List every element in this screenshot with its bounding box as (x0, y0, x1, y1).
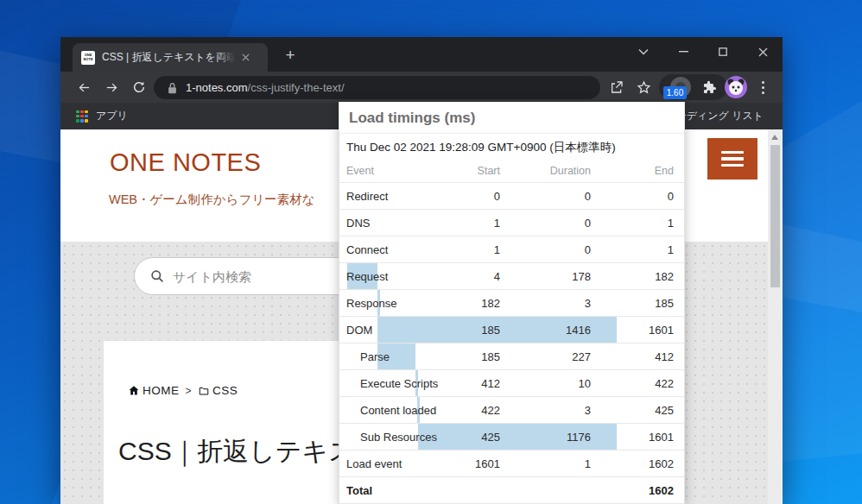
timing-end: 1601 (591, 324, 674, 337)
lock-icon (168, 82, 177, 94)
site-tagline: WEB・ゲーム制作からフリー素材な (109, 192, 314, 208)
timing-duration: 3 (500, 297, 591, 310)
bookmark-apps[interactable]: アプリ (96, 109, 128, 123)
back-icon[interactable] (73, 76, 95, 98)
breadcrumb-home[interactable]: HOME (128, 384, 180, 397)
url-domain: 1-notes.com (186, 81, 248, 94)
timing-row: Sub Resources 425 1176 1601 (339, 424, 684, 450)
browser-tab[interactable]: ONE NOTE CSS | 折返しテキストを両端揃えにす (73, 43, 268, 72)
timing-duration: 1416 (500, 324, 591, 337)
timing-event: Total (346, 484, 440, 497)
timing-row: Total 1602 (339, 477, 684, 504)
tab-close-icon[interactable] (238, 50, 253, 65)
timing-row: Load event 1601 1 1602 (339, 450, 684, 477)
timing-end: 185 (591, 297, 674, 310)
timing-start: 182 (440, 297, 500, 310)
timing-row: Redirect 0 0 0 (339, 183, 684, 210)
timing-duration: 178 (500, 270, 591, 283)
search-icon (150, 269, 164, 283)
extension-badge: 1.60 (663, 86, 687, 99)
site-title[interactable]: ONE NOTES (110, 148, 261, 177)
timing-row: Parse 185 227 412 (339, 343, 684, 370)
timing-start: 4 (440, 270, 500, 283)
timing-event: Execute Scripts (346, 377, 440, 390)
bookmark-star-icon[interactable] (632, 76, 655, 98)
page-scrollbar[interactable] (768, 129, 783, 504)
timing-event: Content loaded (346, 404, 440, 417)
popup-timestamp: Thu Dec 02 2021 19:28:09 GMT+0900 (日本標準時… (339, 134, 684, 160)
new-tab-button[interactable]: + (280, 46, 301, 66)
timing-end: 422 (591, 377, 674, 390)
scroll-up-icon[interactable] (771, 135, 778, 140)
timing-duration: 0 (500, 217, 591, 230)
timing-event: Response (346, 297, 440, 310)
timing-event: Connect (346, 243, 440, 256)
tab-title: CSS | 折返しテキストを両端揃えにす (102, 50, 238, 65)
timings-table-header: Event Start Duration End (339, 160, 684, 183)
forward-icon[interactable] (100, 76, 123, 98)
tab-strip: ONE NOTE CSS | 折返しテキストを両端揃えにす + (60, 37, 783, 72)
maximize-button[interactable] (703, 37, 743, 66)
breadcrumb-category[interactable]: CSS (198, 384, 238, 397)
timing-duration: 1176 (500, 431, 591, 444)
hamburger-menu-button[interactable] (707, 138, 757, 180)
url-text: 1-notes.com/css-justify-the-text/ (186, 81, 345, 94)
url-path: /css-justify-the-text/ (248, 81, 345, 94)
timing-end: 1602 (591, 484, 674, 497)
timing-duration: 227 (500, 350, 591, 363)
timing-start: 185 (440, 350, 500, 363)
window-controls (624, 37, 783, 72)
timings-table-body: Redirect 0 0 0 DNS 1 0 1 Connect 1 0 1 R… (339, 183, 684, 504)
timing-end: 412 (591, 350, 674, 363)
column-event: Event (346, 165, 440, 177)
timing-end: 425 (591, 404, 674, 417)
timing-start: 422 (440, 404, 500, 417)
timing-event: Request (346, 270, 440, 283)
timing-end: 1602 (591, 457, 674, 470)
load-timings-popup: Load timings (ms) Thu Dec 02 2021 19:28:… (339, 102, 685, 504)
timing-event: Parse (346, 350, 440, 363)
apps-grid-icon (76, 110, 88, 123)
browser-menu-icon[interactable] (753, 78, 772, 97)
timing-duration: 0 (500, 243, 591, 256)
timing-event: Redirect (346, 190, 440, 203)
url-bar[interactable]: 1-notes.com/css-justify-the-text/ (154, 76, 600, 99)
timing-duration: 0 (500, 190, 591, 203)
timing-row: Response 182 3 185 (339, 290, 684, 317)
timing-event: Load event (346, 457, 440, 470)
close-button[interactable] (743, 37, 783, 66)
timing-start: 1 (440, 243, 500, 256)
profile-avatar[interactable] (725, 76, 747, 98)
breadcrumb-separator: > (186, 385, 193, 397)
breadcrumb: HOME > CSS (128, 384, 238, 397)
timing-event: DOM (346, 324, 440, 337)
timing-duration: 3 (500, 404, 591, 417)
puzzle-extensions-icon[interactable] (702, 80, 717, 95)
scrollbar-thumb[interactable] (770, 145, 780, 287)
home-icon (128, 385, 140, 396)
timing-end: 182 (591, 270, 674, 283)
timing-row: Connect 1 0 1 (339, 236, 684, 263)
timing-end: 1 (591, 243, 674, 256)
timing-start: 1 (440, 217, 500, 230)
timing-start: 185 (440, 324, 500, 337)
share-icon[interactable] (605, 76, 628, 98)
timing-duration: 10 (500, 377, 591, 390)
timing-row: Content loaded 422 3 425 (339, 397, 684, 424)
timing-event: Sub Resources (346, 431, 440, 444)
reload-icon[interactable] (128, 76, 150, 98)
timing-start: 412 (440, 377, 500, 390)
column-end: End (591, 165, 674, 177)
favicon: ONE NOTE (81, 51, 95, 65)
timing-duration: 1 (500, 457, 591, 470)
timing-row: DOM 185 1416 1601 (339, 317, 684, 343)
timing-end: 0 (591, 190, 674, 203)
timing-start: 425 (440, 431, 500, 444)
timing-end: 1 (591, 217, 674, 230)
article-heading: CSS｜折返しテキス (118, 434, 355, 469)
minimize-button[interactable] (663, 37, 703, 66)
timing-row: DNS 1 0 1 (339, 210, 684, 236)
column-duration: Duration (500, 165, 591, 177)
timing-row: Request 4 178 182 (339, 263, 684, 290)
chevron-down-icon[interactable] (624, 37, 663, 66)
